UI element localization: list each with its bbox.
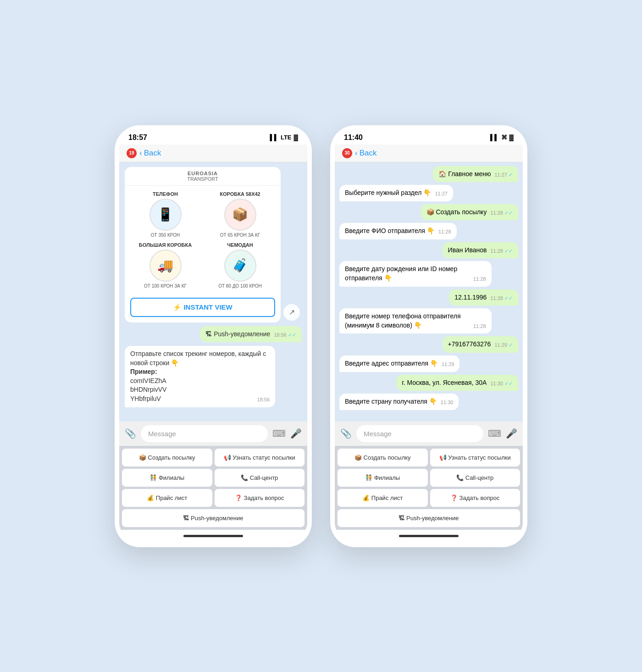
kb-btn-call-center-left[interactable]: 📞 Call-центр	[215, 469, 305, 487]
phone-left: 18:57 ▌▌ LTE ▓ 19 ‹ Back	[115, 125, 312, 547]
signal-icon-right: ▌▌	[490, 134, 498, 141]
nav-bar-right: 30 ‹ Back	[335, 144, 523, 162]
card-header: EUROASIA TRANSPORT	[125, 167, 281, 186]
attachment-icon-left[interactable]: 📎	[125, 428, 136, 439]
push-msg-text: 🏗 Push-уведомление	[205, 330, 270, 338]
battery-icon-left: ▓	[294, 134, 298, 141]
msg-bubble-5: Введите дату рождения или ID номер отпра…	[339, 261, 492, 286]
msg-text-1: Выберите нужный раздел 👇	[345, 189, 431, 196]
card-item-phone-price: ОТ 350 КРОН	[151, 233, 180, 238]
msg-text-2: 📦 Создать посылку	[426, 208, 487, 216]
mic-icon-right[interactable]: 🎤	[506, 428, 517, 439]
msg-row-0: 🏠 Главное меню 11:27 ✓	[339, 166, 518, 183]
card-item-box58-title: КОРОБКА 58X42	[220, 191, 260, 197]
attachment-icon-right[interactable]: 📎	[340, 428, 352, 439]
msg-row-1: Выберите нужный раздел 👇 11:27	[339, 185, 518, 201]
kb-btn-pricelist-left[interactable]: 💰 Прайс лист	[122, 489, 212, 507]
status-time-right: 11:40	[344, 133, 363, 142]
status-time-left: 18:57	[128, 133, 147, 142]
phone-right: 11:40 ▌▌ ⌘ ▓ 30 ‹ Back	[330, 125, 527, 547]
share-button[interactable]: ↗	[283, 304, 300, 321]
msg-text-11: Введите страну получателя 👇	[345, 398, 437, 405]
home-indicator-right	[335, 530, 523, 543]
chevron-left-icon: ‹	[139, 149, 142, 158]
message-input-left[interactable]: Message	[141, 425, 268, 442]
msg-text-0: 🏠 Главное меню	[438, 170, 491, 178]
card-item-suitcase: ЧЕМОДАН 🧳 ОТ 80 ДО 100 КРОН	[205, 242, 275, 289]
msg-time-11: 11:30	[441, 399, 454, 406]
msg-text-8: +79167763276	[448, 340, 491, 348]
kb-btn-track-status-left[interactable]: 📢 Узнать статус посылки	[215, 449, 305, 467]
home-bar-left	[183, 535, 243, 537]
msg-text-4: Иван Иванов	[448, 246, 487, 254]
msg-row-9: Введите адрес отправителя 👇 11:29	[339, 355, 518, 372]
msg-bubble-6: 12.11.1996 11:28 ✓✓	[449, 289, 518, 306]
mic-icon-left[interactable]: 🎤	[290, 428, 302, 439]
card-item-bigbox-price: ОТ 100 КРОН ЗА КГ	[144, 283, 187, 289]
tracking-msg-bubble: Отправьте список трекинг номеров, каждый…	[125, 346, 275, 407]
msg-row-4: Иван Иванов 11:28 ✓✓	[339, 242, 518, 259]
msg-time-2: 11:28 ✓✓	[490, 210, 513, 217]
kb-btn-branches-right[interactable]: 🧑‍🤝‍🧑 Филиалы	[338, 469, 428, 487]
msg-time-3: 11:28	[438, 228, 451, 235]
msg-row-2: 📦 Создать посылку 11:28 ✓✓	[339, 204, 518, 221]
msg-time-6: 11:28 ✓✓	[490, 295, 513, 302]
keyboard-grid-left: 📦 Создать посылку 📢 Узнать статус посылк…	[119, 446, 307, 530]
msg-row-6: 12.11.1996 11:28 ✓✓	[339, 289, 518, 306]
home-indicator-left	[119, 530, 307, 543]
instant-view-button[interactable]: ⚡ INSTANT VIEW	[130, 298, 275, 317]
nav-badge-left: 19	[127, 148, 137, 158]
status-bar-right: 11:40 ▌▌ ⌘ ▓	[335, 130, 523, 144]
card-item-phone: ТЕЛЕФОН 📱 ОТ 350 КРОН	[130, 191, 200, 238]
kb-btn-push-left[interactable]: 🏗 Push-уведомление	[122, 509, 304, 527]
status-bar-left: 18:57 ▌▌ LTE ▓	[119, 130, 307, 144]
back-button-right[interactable]: ‹ Back	[355, 149, 376, 158]
keyboard-icon-left[interactable]: ⌨	[272, 428, 286, 439]
msg-row-10: г. Москва, ул. Ясеневая, 30А 11:30 ✓✓	[339, 375, 518, 391]
msg-text-10: г. Москва, ул. Ясеневая, 30А	[402, 379, 487, 386]
msg-bubble-2: 📦 Создать посылку 11:28 ✓✓	[421, 204, 518, 221]
status-icons-left: ▌▌ LTE ▓	[270, 134, 299, 141]
network-label-left: LTE	[281, 134, 292, 141]
push-msg-tick: ✓✓	[288, 332, 296, 338]
kb-btn-create-package-right[interactable]: 📦 Создать посылку	[338, 449, 428, 467]
msg-time-7: 11:28	[473, 323, 486, 330]
chat-area-left: EUROASIA TRANSPORT ТЕЛЕФОН 📱 ОТ 350 КРОН	[119, 162, 307, 422]
kb-btn-create-package-left[interactable]: 📦 Создать посылку	[122, 449, 212, 467]
tracking-msg-text: Отправьте список трекинг номеров, каждый…	[130, 350, 266, 402]
msg-text-3: Введите ФИО отправителя 👇	[345, 227, 435, 234]
msg-row-3: Введите ФИО отправителя 👇 11:28	[339, 223, 518, 239]
kb-btn-track-status-right[interactable]: 📢 Узнать статус посылки	[430, 449, 520, 467]
card-item-suitcase-title: ЧЕМОДАН	[227, 242, 253, 248]
msg-text-9: Введите адрес отправителя 👇	[345, 360, 438, 367]
kb-btn-branches-left[interactable]: 🧑‍🤝‍🧑 Филиалы	[122, 469, 212, 487]
input-area-right: 📎 Message ⌨ 🎤	[335, 422, 523, 446]
input-area-left: 📎 Message ⌨ 🎤	[119, 422, 307, 446]
kb-btn-push-right[interactable]: 🏗 Push-уведомление	[338, 509, 520, 527]
back-button-left[interactable]: ‹ Back	[139, 149, 161, 158]
home-bar-right	[399, 535, 459, 537]
nav-bar-left: 19 ‹ Back	[119, 144, 307, 162]
transport-card: EUROASIA TRANSPORT ТЕЛЕФОН 📱 ОТ 350 КРОН	[125, 167, 281, 322]
msg-text-6: 12.11.1996	[454, 294, 487, 301]
msg-row-5: Введите дату рождения или ID номер отпра…	[339, 261, 518, 286]
msg-row-8: +79167763276 11:29 ✓	[339, 336, 518, 353]
battery-icon-right: ▓	[509, 134, 514, 141]
keyboard-icon-right[interactable]: ⌨	[488, 428, 501, 439]
card-item-phone-title: ТЕЛЕФОН	[153, 191, 178, 197]
msg-time-5: 11:28	[473, 276, 486, 283]
card-item-suitcase-price: ОТ 80 ДО 100 КРОН	[218, 283, 262, 289]
keyboard-grid-right: 📦 Создать посылку 📢 Узнать статус посылк…	[335, 446, 523, 530]
msg-row-11: Введите страну получателя 👇 11:30	[339, 394, 518, 410]
msg-bubble-0: 🏠 Главное меню 11:27 ✓	[433, 166, 518, 183]
msg-bubble-1: Выберите нужный раздел 👇 11:27	[339, 185, 453, 201]
msg-bubble-11: Введите страну получателя 👇 11:30	[339, 394, 459, 410]
kb-btn-pricelist-right[interactable]: 💰 Прайс лист	[338, 489, 428, 507]
msg-bubble-4: Иван Иванов 11:28 ✓✓	[443, 242, 518, 259]
card-item-box58-price: ОТ 65 КРОН ЗА КГ	[220, 233, 260, 238]
kb-btn-ask-question-left[interactable]: ❓ Задать вопрос	[215, 489, 305, 507]
message-input-right[interactable]: Message	[356, 425, 483, 442]
signal-icon-left: ▌▌	[270, 134, 278, 141]
kb-btn-ask-question-right[interactable]: ❓ Задать вопрос	[430, 489, 520, 507]
kb-btn-call-center-right[interactable]: 📞 Call-центр	[430, 469, 520, 487]
